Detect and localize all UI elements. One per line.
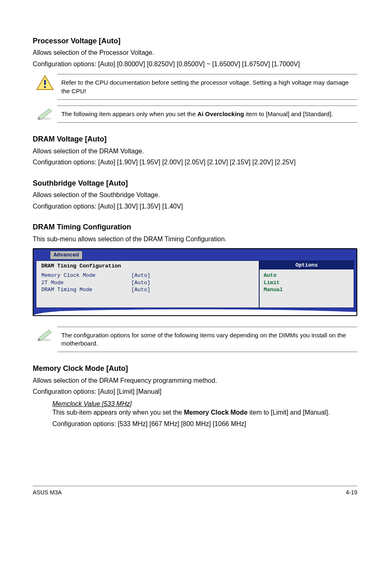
- bios-option: Limit: [264, 279, 350, 287]
- text-dram-voltage-options: Configuration options: [Auto] [1.90V] [1…: [33, 158, 357, 167]
- bios-row-key: Memory Clock Mode: [41, 272, 131, 279]
- text-memclock-desc: Allows selection of the DRAM Frequency p…: [33, 376, 357, 385]
- bios-option: Auto: [264, 272, 350, 279]
- heading-southbridge-voltage: Southbridge Voltage [Auto]: [33, 178, 357, 188]
- info-note-dimm-text: The configuration options for some of th…: [57, 327, 357, 352]
- bios-row: Memory Clock Mode [Auto]: [41, 272, 254, 279]
- bios-body: DRAM Timing Configuration Memory Clock M…: [36, 260, 354, 308]
- svg-point-2: [44, 86, 46, 88]
- sub-line1-pre: This sub-item appears only when you set …: [52, 409, 184, 416]
- text-sb-voltage-desc: Allows selection of the Southbridge Volt…: [33, 191, 357, 200]
- bios-row-key: DRAM Timing Mode: [41, 286, 131, 294]
- note2-post: item to [Manual] and [Standard].: [244, 110, 333, 117]
- bios-row-val: [Auto]: [131, 279, 150, 287]
- bios-right-pane: Options Auto Limit Manual: [260, 261, 354, 307]
- bios-options-header: Options: [260, 261, 354, 270]
- text-proc-voltage-options: Configuration options: [Auto] [0.8000V] …: [33, 60, 357, 69]
- bios-options-list: Auto Limit Manual: [260, 269, 354, 306]
- bios-row-key: 2T Mode: [41, 279, 131, 287]
- info-note-text: The following item appears only when you…: [57, 105, 357, 123]
- caution-note: Refer to the CPU documentation before se…: [33, 74, 357, 100]
- note2-pre: The following item appears only when you…: [61, 110, 197, 117]
- info-note-ai-overclocking: The following item appears only when you…: [33, 105, 357, 123]
- page-footer: ASUS M3A 4-19: [33, 486, 357, 496]
- text-dram-voltage-desc: Allows selection of the DRAM Voltage.: [33, 147, 357, 156]
- pencil-icon: [33, 327, 57, 341]
- info-note-dimm: The configuration options for some of th…: [33, 327, 357, 352]
- bios-panel-title: DRAM Timing Configuration: [41, 263, 254, 270]
- text-sb-voltage-options: Configuration options: [Auto] [1.30V] [1…: [33, 202, 357, 211]
- bios-left-pane: DRAM Timing Configuration Memory Clock M…: [36, 261, 260, 307]
- memclock-sub-block: Memclock Value [533 MHz] This sub-item a…: [52, 399, 357, 429]
- note2-bold: Ai Overclocking: [197, 110, 244, 117]
- heading-memory-clock-mode: Memory Clock Mode [Auto]: [33, 364, 357, 373]
- bios-row: 2T Mode [Auto]: [41, 279, 254, 287]
- memclock-sub-options: Configuration options: [533 MHz] [667 MH…: [52, 420, 357, 429]
- sub-line1-bold: Memory Clock Mode: [184, 409, 248, 416]
- heading-processor-voltage: Processor Voltage [Auto]: [33, 36, 357, 46]
- text-memclock-options: Configuration options: [Auto] [Limit] [M…: [33, 387, 357, 396]
- memclock-value-heading: Memclock Value [533 MHz]: [52, 399, 357, 408]
- caution-text: Refer to the CPU documentation before se…: [57, 74, 357, 100]
- caution-icon: [33, 74, 57, 91]
- heading-dram-timing: DRAM Timing Configuration: [33, 222, 357, 232]
- pencil-icon: [33, 105, 57, 120]
- bios-row-val: [Auto]: [131, 286, 150, 294]
- text-dram-timing-desc: This sub-menu allows selection of the DR…: [33, 235, 357, 244]
- bios-panel: Advanced DRAM Timing Configuration Memor…: [33, 248, 357, 316]
- bios-bottom-curve: [34, 307, 356, 316]
- bios-option: Manual: [264, 286, 350, 294]
- bios-tab-advanced: Advanced: [50, 251, 83, 260]
- bios-row-val: [Auto]: [131, 272, 150, 279]
- text-proc-voltage-desc: Allows selection of the Processor Voltag…: [33, 48, 357, 57]
- bios-row: DRAM Timing Mode [Auto]: [41, 286, 254, 294]
- bios-screenshot-wrap: Advanced DRAM Timing Configuration Memor…: [33, 248, 357, 316]
- svg-rect-1: [44, 80, 46, 85]
- memclock-sub-desc: This sub-item appears only when you set …: [52, 408, 357, 417]
- footer-left: ASUS M3A: [33, 489, 62, 496]
- footer-right: 4-19: [346, 489, 357, 496]
- heading-dram-voltage: DRAM Voltage [Auto]: [33, 134, 357, 144]
- sub-line1-post: item to [Limit] and [Manual].: [248, 409, 330, 416]
